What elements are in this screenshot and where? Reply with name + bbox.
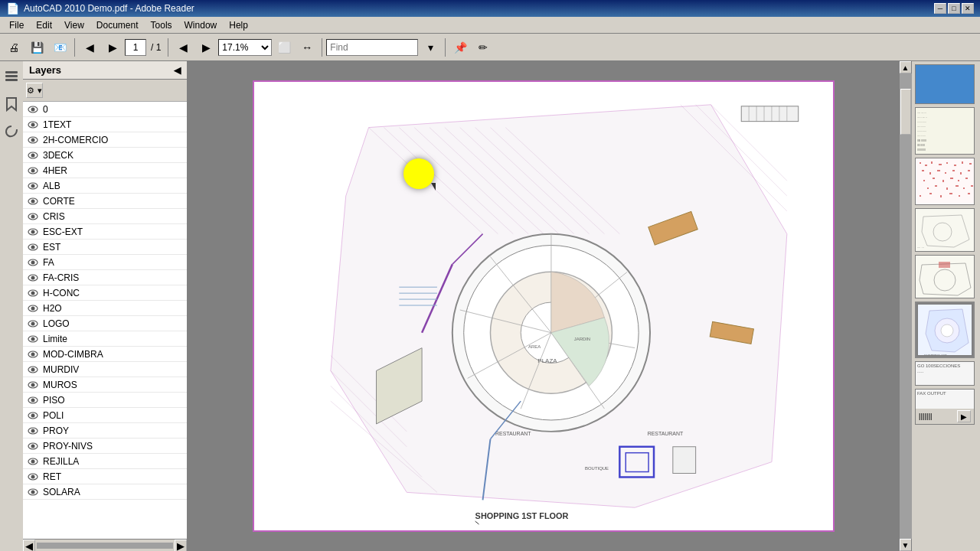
scroll-up-button[interactable]: ▲ bbox=[900, 61, 912, 73]
layer-item[interactable]: MOD-CIMBRA bbox=[23, 347, 187, 362]
thumbnail-nav-bar[interactable]: ||||||| ▶ bbox=[916, 409, 974, 424]
save-button[interactable]: 💾 bbox=[26, 37, 47, 58]
thumbnail-nav-button[interactable]: ▶ bbox=[957, 410, 971, 422]
minimize-button[interactable]: ─ bbox=[934, 3, 946, 14]
layer-item[interactable]: Limite bbox=[23, 331, 187, 347]
layers-list[interactable]: 01TEXT2H-COMERCIO3DECK4HERALBCORTECRISES… bbox=[23, 102, 187, 539]
layer-visibility-icon[interactable] bbox=[26, 225, 40, 239]
layer-item[interactable]: FA-CRIS bbox=[23, 270, 187, 285]
highlight-button[interactable]: 📌 bbox=[449, 37, 471, 58]
page-canvas[interactable]: PLAZA JARDIN AREA RESTAURANT RESTAURANT … bbox=[188, 61, 899, 551]
layer-item[interactable]: 2H-COMERCIO bbox=[23, 132, 187, 148]
layer-item[interactable]: MURDIV bbox=[23, 362, 187, 377]
page-number-input[interactable] bbox=[125, 39, 146, 56]
layer-item[interactable]: 4HER bbox=[23, 163, 187, 178]
layer-item[interactable]: EST bbox=[23, 240, 187, 255]
layer-visibility-icon[interactable] bbox=[26, 210, 40, 223]
layer-visibility-icon[interactable] bbox=[26, 409, 40, 422]
layer-item[interactable]: MUROS bbox=[23, 377, 187, 393]
layer-visibility-icon[interactable] bbox=[26, 256, 40, 269]
menu-tools[interactable]: Tools bbox=[145, 18, 178, 32]
scroll-track[interactable] bbox=[900, 73, 912, 539]
layer-visibility-icon[interactable] bbox=[26, 271, 40, 285]
layer-visibility-icon[interactable] bbox=[26, 133, 40, 147]
email-button[interactable]: 📧 bbox=[49, 37, 70, 58]
layer-visibility-icon[interactable] bbox=[26, 286, 40, 300]
scroll-right-button[interactable]: ▶ bbox=[175, 540, 187, 552]
layer-visibility-icon[interactable] bbox=[26, 118, 40, 132]
close-button[interactable]: ✕ bbox=[962, 3, 974, 14]
thumbnail-1[interactable] bbox=[915, 64, 975, 104]
thumbnail-5[interactable] bbox=[915, 255, 975, 298]
fit-page-button[interactable]: ⬜ bbox=[273, 37, 295, 58]
thumbnail-3[interactable] bbox=[915, 158, 975, 205]
thumbnail-bottom[interactable]: FAX OUTPUT ||||||| ▶ bbox=[915, 389, 975, 425]
find-input[interactable] bbox=[326, 39, 418, 56]
layer-visibility-icon[interactable] bbox=[26, 378, 40, 392]
markup-button[interactable]: ✏ bbox=[472, 37, 494, 58]
layer-visibility-icon[interactable] bbox=[26, 439, 40, 453]
layers-settings-button[interactable]: ⚙ ▾ bbox=[26, 83, 43, 98]
find-dropdown-button[interactable]: ▾ bbox=[420, 37, 441, 58]
document-vertical-scrollbar[interactable]: ▲ ▼ bbox=[899, 61, 911, 551]
attachments-tab-icon[interactable] bbox=[2, 122, 21, 141]
layers-horizontal-scrollbar[interactable]: ◀ ▶ bbox=[23, 539, 187, 551]
menu-view[interactable]: View bbox=[58, 18, 90, 32]
layer-item[interactable]: PISO bbox=[23, 393, 187, 408]
scroll-down-button[interactable]: ▼ bbox=[900, 539, 912, 551]
menu-help[interactable]: Help bbox=[223, 18, 254, 32]
layer-item[interactable]: POLI bbox=[23, 408, 187, 423]
layer-item[interactable]: CRIS bbox=[23, 209, 187, 224]
print-button[interactable]: 🖨 bbox=[3, 37, 24, 58]
layer-visibility-icon[interactable] bbox=[26, 455, 40, 468]
menu-file[interactable]: File bbox=[3, 18, 30, 32]
layer-item[interactable]: PROY-NIVS bbox=[23, 439, 187, 454]
layer-visibility-icon[interactable] bbox=[26, 164, 40, 178]
collapse-button[interactable]: ◀ bbox=[174, 65, 181, 76]
maximize-button[interactable]: □ bbox=[948, 3, 960, 14]
layer-visibility-icon[interactable] bbox=[26, 194, 40, 208]
layer-item[interactable]: 3DECK bbox=[23, 148, 187, 163]
thumbnail-2[interactable]: ····· ···· ··· ···· ·· ···· ·· ··· ···· … bbox=[915, 107, 975, 155]
next-page-button[interactable]: ▶ bbox=[102, 37, 123, 58]
layer-item[interactable]: H-CONC bbox=[23, 285, 187, 301]
layer-item[interactable]: PROY bbox=[23, 423, 187, 439]
prev-page-button[interactable]: ◀ bbox=[79, 37, 100, 58]
menu-edit[interactable]: Edit bbox=[30, 18, 58, 32]
layer-item[interactable]: 1TEXT bbox=[23, 117, 187, 132]
layer-visibility-icon[interactable] bbox=[26, 347, 40, 361]
layer-item[interactable]: 0 bbox=[23, 102, 187, 117]
layer-visibility-icon[interactable] bbox=[26, 424, 40, 438]
thumbnail-main[interactable]: SHOPPING 1ST bbox=[915, 302, 975, 358]
layer-item[interactable]: LOGO bbox=[23, 316, 187, 331]
scroll-left-button[interactable]: ◀ bbox=[23, 540, 35, 552]
layer-item[interactable]: REJILLA bbox=[23, 454, 187, 469]
layer-visibility-icon[interactable] bbox=[26, 317, 40, 331]
layer-item[interactable]: ALB bbox=[23, 178, 187, 194]
menu-document[interactable]: Document bbox=[90, 18, 145, 32]
layer-item[interactable]: RET bbox=[23, 469, 187, 484]
layer-visibility-icon[interactable] bbox=[26, 240, 40, 254]
thumbnail-info[interactable]: GO 100SECCIONES ····· bbox=[915, 361, 975, 386]
layer-visibility-icon[interactable] bbox=[26, 148, 40, 162]
layers-tab-icon[interactable] bbox=[2, 67, 21, 86]
zoom-next-button[interactable]: ▶ bbox=[195, 37, 217, 58]
layer-item[interactable]: H2O bbox=[23, 301, 187, 316]
menu-window[interactable]: Window bbox=[178, 18, 224, 32]
bookmarks-tab-icon[interactable] bbox=[2, 95, 21, 113]
layer-item[interactable]: FA bbox=[23, 255, 187, 270]
layer-visibility-icon[interactable] bbox=[26, 485, 40, 499]
fit-width-button[interactable]: ↔ bbox=[296, 37, 318, 58]
thumbnail-4[interactable]: ···· ··· bbox=[915, 208, 975, 252]
layer-visibility-icon[interactable] bbox=[26, 470, 40, 484]
zoom-prev-button[interactable]: ◀ bbox=[172, 37, 194, 58]
layer-visibility-icon[interactable] bbox=[26, 393, 40, 407]
layer-visibility-icon[interactable] bbox=[26, 363, 40, 377]
layer-visibility-icon[interactable] bbox=[26, 332, 40, 346]
layer-item[interactable]: SOLARA bbox=[23, 484, 187, 500]
zoom-select[interactable]: 17.1% 25% 50% 75% 100% bbox=[218, 39, 272, 56]
layer-visibility-icon[interactable] bbox=[26, 179, 40, 193]
scroll-thumb[interactable] bbox=[900, 89, 911, 135]
layer-item[interactable]: ESC-EXT bbox=[23, 224, 187, 240]
layer-visibility-icon[interactable] bbox=[26, 302, 40, 315]
